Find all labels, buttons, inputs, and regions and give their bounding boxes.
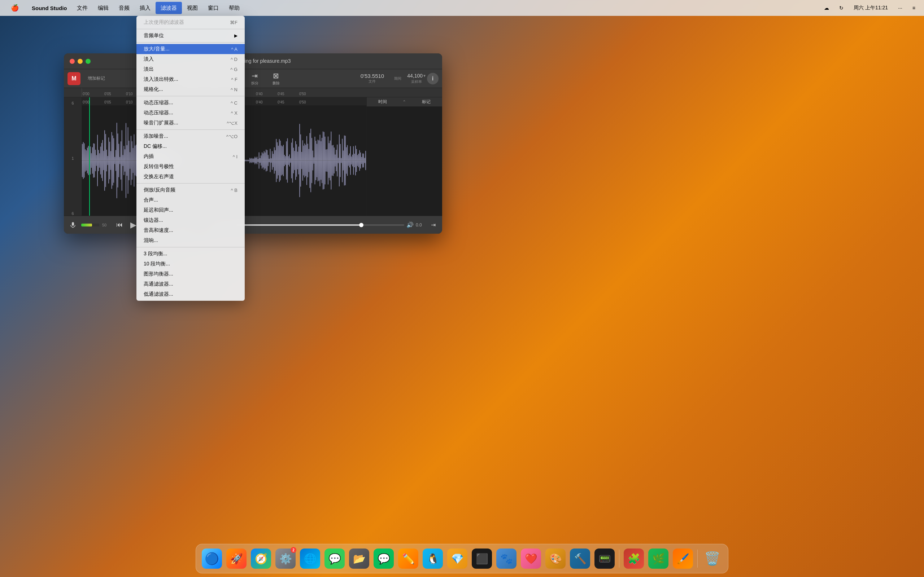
dock-terminal[interactable]: ⬛ [470,547,493,570]
dock-paw[interactable]: 🐾 [495,547,518,570]
add-marker-btn[interactable]: 增加标记 [82,74,111,83]
dock-scrobbles[interactable]: 🌿 [647,547,670,570]
menu-fade-out[interactable]: 淡出 ^ G [136,64,245,74]
window-content: 6 1 6 0'00 0'05 0'10 0'15 0'20 0'25 0'30… [64,97,442,216]
menu-last-filter[interactable]: 上次使用的滤波器 ⌘F [136,17,245,27]
control-center-icon[interactable]: ≡ [909,2,918,14]
dock-finder[interactable]: 🔵 [200,547,223,570]
menu-amplify[interactable]: 放大/音量... ^ A [136,44,245,54]
close-button[interactable] [69,59,75,64]
dock-terminal2[interactable]: 📟 [593,547,616,570]
volume-slider[interactable] [232,224,404,226]
menu-interpolate[interactable]: 内插 ^ I [136,152,245,161]
dock-file-manager[interactable]: 📂 [347,547,371,570]
menu-help[interactable]: 帮助 [224,2,245,14]
timeline-left-spacer-1 [64,88,82,97]
volume-thumb[interactable] [359,223,363,227]
menu-window[interactable]: 窗口 [203,2,224,14]
menu-noise-gate[interactable]: 噪音门扩展器... ^⌥X [136,118,245,128]
skip-back-button[interactable]: ⏮ [114,220,125,230]
menu-dc-offset[interactable]: DC 偏移... [136,141,245,152]
menu-filter[interactable]: 滤波器 [155,2,182,14]
menu-pitch-speed[interactable]: 音高和速度... [136,226,245,235]
dock-wechat[interactable]: 💬 [372,547,395,570]
menu-compressor2[interactable]: 动态压缩器... ^ X [136,108,245,118]
menu-graphic-eq[interactable]: 图形均衡器... [136,269,245,279]
dock-xcode[interactable]: 🔨 [569,547,591,570]
split-tool[interactable]: ⇥ 拆分 [245,70,265,87]
expand-button[interactable]: ⇥ [428,220,439,230]
menu-high-pass[interactable]: 高通滤波器... [136,279,245,289]
more-icon[interactable]: ··· [895,2,905,14]
fade-out-shortcut: ^ G [230,67,237,72]
invert-polarity-label: 反转信号极性 [144,163,230,170]
dock-pockity[interactable]: ❤️ [519,547,543,570]
chorus-label: 合声... [144,197,230,203]
dock-trash[interactable]: 🗑️ [701,547,724,570]
dock-launchpad[interactable]: 🚀 [225,547,248,570]
dock-safari[interactable]: 🧭 [249,547,273,570]
separator-5 [136,183,245,184]
icloud-icon[interactable]: ☁ [821,2,832,14]
menu-invert-polarity[interactable]: 反转信号极性 [136,161,245,172]
menu-file[interactable]: 文件 [72,2,93,14]
dock-qq[interactable]: 🐧 [421,547,444,570]
volume-max-icon: 🔊 [406,221,414,228]
menu-delay-echo[interactable]: 延迟和回声... [136,205,245,215]
menu-flanger[interactable]: 镶边器... [136,215,245,226]
reverb-label: 混响... [144,237,230,244]
menu-add-noise[interactable]: 添加噪音... ^⌥O [136,131,245,141]
fade-effect-label: 淡入淡出特效... [144,76,224,82]
menu-edit[interactable]: 编辑 [93,2,114,14]
menu-audio-unit[interactable]: 音频单位 ▶ [136,31,245,41]
sync-icon[interactable]: ↻ [836,2,846,14]
menu-audio[interactable]: 音频 [114,2,135,14]
time-panel-arrow[interactable]: ⌃ [402,100,406,105]
marker-button[interactable]: M [68,72,81,85]
dock-edge[interactable]: 🌐 [299,547,321,570]
dock-system-prefs[interactable]: ⚙️ 2 [274,547,297,570]
menu-eq10[interactable]: 10 段均衡... [136,259,245,269]
menu-reverb[interactable]: 混响... [136,235,245,246]
info-button[interactable]: i [427,73,439,84]
apple-menu[interactable]: 🍎 [6,2,24,14]
maximize-button[interactable] [86,59,90,64]
dock-sketch[interactable]: 💎 [446,547,469,570]
menu-reverse[interactable]: 倒放/反向音频 ^ B [136,185,245,195]
mic-level-indicator [81,223,99,227]
menu-fade-effect[interactable]: 淡入淡出特效... ^ F [136,74,245,84]
app-name[interactable]: Sound Studio [27,2,72,14]
compressor2-label: 动态压缩器... [144,110,224,116]
high-pass-label: 高通滤波器... [144,281,230,287]
menu-swap-channels[interactable]: 交换左右声道 [136,172,245,182]
sample-rate-chevron[interactable]: ▾ [423,73,426,78]
db-label-6-bottom: 6 [71,211,74,216]
fade-effect-shortcut: ^ F [231,77,237,82]
inner-ruler-2: 0'10 [126,100,133,104]
menu-view[interactable]: 视图 [182,2,203,14]
window-bottom: 50 ⏮ ▶ 0'00.0000 ↻ 🔇 🔊 0.0 ⇥ [64,216,442,234]
delete-tool[interactable]: ⊠ 删除 [266,70,286,87]
menubar-left: 🍎 Sound Studio 文件 编辑 音频 插入 滤波器 视图 窗口 帮助 [6,2,821,14]
separator-3 [136,96,245,96]
menu-low-pass[interactable]: 低通滤波器... [136,289,245,299]
menu-chorus[interactable]: 合声... [136,195,245,205]
playhead [89,97,90,216]
menu-normalize[interactable]: 规格化... ^ N [136,84,245,95]
dock-mosaic[interactable]: 🧩 [622,547,645,570]
menu-insert[interactable]: 插入 [135,2,155,14]
eq10-label: 10 段均衡... [144,261,230,267]
menu-compressor1[interactable]: 动态压缩器... ^ C [136,98,245,108]
dock-cursor[interactable]: ✏️ [397,547,420,570]
minimize-button[interactable] [78,59,82,64]
noise-gate-shortcut: ^⌥X [227,121,237,126]
menu-eq3[interactable]: 3 段均衡... [136,249,245,259]
dock-pixelmator[interactable]: 🎨 [544,547,567,570]
mic-button[interactable] [68,220,78,230]
dock-notchmeister[interactable]: 🖌️ [671,547,695,570]
menu-fade-in[interactable]: 淡入 ^ D [136,54,245,64]
normalize-shortcut: ^ N [231,87,237,92]
dock-message[interactable]: 💬 [323,547,346,570]
flanger-label: 镶边器... [144,217,230,224]
dc-offset-label: DC 偏移... [144,143,230,150]
